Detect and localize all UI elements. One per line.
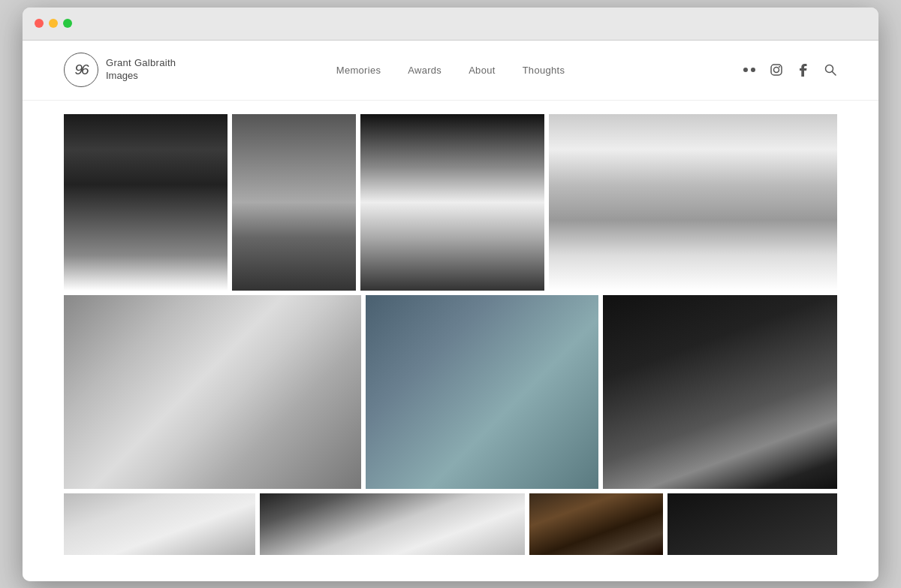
gallery-row-3: [64, 493, 837, 555]
photo-r3p2[interactable]: [260, 493, 525, 555]
photo-r2p1[interactable]: [64, 295, 361, 489]
logo-symbol: 96: [64, 53, 98, 87]
svg-rect-1: [751, 68, 755, 72]
logo-text: Grant Galbraith Images: [106, 57, 176, 83]
brand-sub: Images: [106, 70, 176, 83]
svg-rect-0: [743, 68, 748, 72]
photo-r1p2[interactable]: [232, 114, 356, 291]
photo-r3p1[interactable]: [64, 493, 255, 555]
gallery-row-2: [64, 295, 837, 489]
logo-link[interactable]: 96 Grant Galbraith Images: [64, 53, 176, 87]
traffic-light-green[interactable]: [63, 19, 72, 28]
photo-r2p2[interactable]: [366, 295, 598, 489]
gallery-row-1: [64, 114, 837, 291]
photo-r1p4[interactable]: [549, 114, 837, 291]
photo-r2p3[interactable]: [603, 295, 837, 489]
traffic-lights: [35, 19, 72, 28]
site-header: 96 Grant Galbraith Images Memories Award…: [23, 41, 878, 101]
header-icons: [743, 63, 837, 77]
photo-r3p4[interactable]: [667, 493, 837, 555]
nav-memories[interactable]: Memories: [336, 65, 381, 76]
browser-content: 96 Grant Galbraith Images Memories Award…: [23, 41, 878, 581]
photo-r1p3[interactable]: [360, 114, 544, 291]
site-nav: Memories Awards About Thoughts: [336, 65, 565, 76]
nav-thoughts[interactable]: Thoughts: [523, 65, 565, 76]
svg-rect-2: [771, 65, 782, 75]
flickr-icon[interactable]: [743, 63, 756, 77]
nav-about[interactable]: About: [469, 65, 495, 76]
facebook-icon[interactable]: [797, 63, 810, 77]
browser-chrome: [23, 8, 878, 41]
browser-window: 96 Grant Galbraith Images Memories Award…: [23, 8, 878, 581]
photo-r1p1[interactable]: [64, 114, 228, 291]
svg-point-3: [774, 68, 779, 73]
search-icon[interactable]: [824, 63, 837, 77]
svg-point-4: [779, 66, 780, 68]
photo-r3p3[interactable]: [529, 493, 663, 555]
traffic-light-red[interactable]: [35, 19, 44, 28]
gallery: [23, 101, 878, 555]
brand-name: Grant Galbraith: [106, 57, 176, 70]
traffic-light-yellow[interactable]: [49, 19, 58, 28]
instagram-icon[interactable]: [770, 63, 783, 77]
nav-awards[interactable]: Awards: [408, 65, 441, 76]
svg-line-6: [833, 72, 836, 76]
